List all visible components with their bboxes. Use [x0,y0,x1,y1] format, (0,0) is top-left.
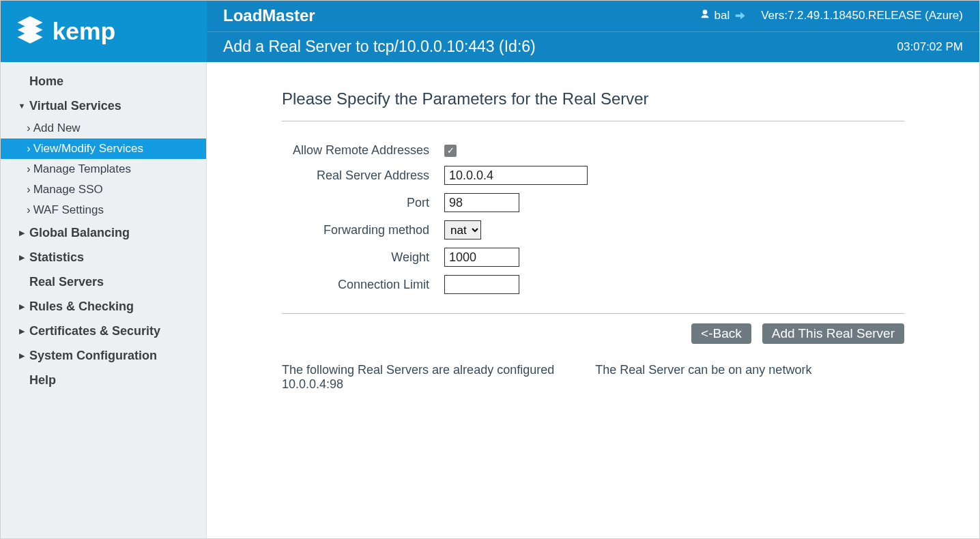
user-icon [700,9,710,23]
allow-remote-checkbox[interactable] [444,145,457,157]
user-block[interactable]: bal [700,8,749,23]
nav-waf-settings[interactable]: WAF Settings [1,200,206,220]
nav-help[interactable]: Help [1,368,206,392]
nav-rules-checking[interactable]: Rules & Checking [1,294,206,319]
button-bar: <-Back Add This Real Server [282,313,904,344]
version-label: Vers:7.2.49.1.18450.RELEASE (Azure) [761,9,963,23]
svg-text:kemp: kemp [53,18,116,45]
nav-label: Certificates & Security [29,324,160,338]
nav-label: Statistics [29,250,84,265]
svg-marker-2 [18,31,43,44]
nav-system-configuration[interactable]: System Configuration [1,343,206,368]
nav-manage-sso[interactable]: Manage SSO [1,179,206,200]
label-conn-limit: Connection Limit [282,271,439,298]
add-real-server-button[interactable]: Add This Real Server [762,323,904,344]
nav-label: Help [29,373,56,388]
address-input[interactable] [444,166,588,185]
page-subtitle: Add a Real Server to tcp/10.0.0.10:443 (… [223,38,536,56]
any-network-note: The Real Server can be on any network [595,363,811,377]
logout-icon[interactable] [734,8,749,23]
nav-global-balancing[interactable]: Global Balancing [1,220,206,245]
nav-virtual-services[interactable]: Virtual Services [1,93,206,118]
sidebar: Home Virtual Services Add New View/Modif… [1,62,207,538]
back-button[interactable]: <-Back [691,323,751,344]
label-allow-remote: Allow Remote Addresses [282,139,439,162]
conn-limit-input[interactable] [444,275,519,294]
nav-certificates-security[interactable]: Certificates & Security [1,319,206,343]
forwarding-select[interactable]: nat [444,220,481,239]
real-server-form: Allow Remote Addresses Real Server Addre… [282,139,593,298]
nav-home[interactable]: Home [1,69,206,93]
nav-view-modify-services[interactable]: View/Modify Services [1,139,206,159]
top-banner: kemp LoadMaster bal Vers:7.2.49.1.18450.… [1,1,979,62]
caret-right-icon [17,229,27,237]
caret-right-icon [17,253,27,262]
nav-label: Rules & Checking [29,300,134,314]
app-title: LoadMaster [223,6,315,25]
username: bal [715,9,730,23]
label-address: Real Server Address [282,162,439,189]
nav-real-servers[interactable]: Real Servers [1,270,206,294]
configured-intro: The following Real Servers are already c… [282,363,554,377]
nav-manage-templates[interactable]: Manage Templates [1,159,206,179]
label-port: Port [282,189,439,216]
main-content: Please Specify the Parameters for the Re… [207,62,979,538]
nav-label: Virtual Services [29,99,121,113]
nav-label: Real Servers [29,275,104,289]
notes: The following Real Servers are already c… [282,363,904,392]
nav-add-new[interactable]: Add New [1,118,206,139]
nav-label: Home [29,74,63,89]
port-input[interactable] [444,193,519,212]
caret-right-icon [17,327,27,336]
nav-label: Global Balancing [29,226,130,240]
clock: 03:07:02 PM [897,40,963,54]
weight-input[interactable] [444,248,519,267]
nav-label: System Configuration [29,349,157,363]
brand-logo: kemp [1,1,207,62]
banner-right: LoadMaster bal Vers:7.2.49.1.18450.RELEA… [207,1,979,62]
label-forwarding: Forwarding method [282,216,439,244]
caret-right-icon [17,351,27,360]
caret-down-icon [17,102,27,110]
configured-list: 10.0.0.4:98 [282,377,343,391]
section-title: Please Specify the Parameters for the Re… [282,89,904,121]
label-weight: Weight [282,244,439,271]
nav-statistics[interactable]: Statistics [1,245,206,270]
caret-right-icon [17,302,27,311]
